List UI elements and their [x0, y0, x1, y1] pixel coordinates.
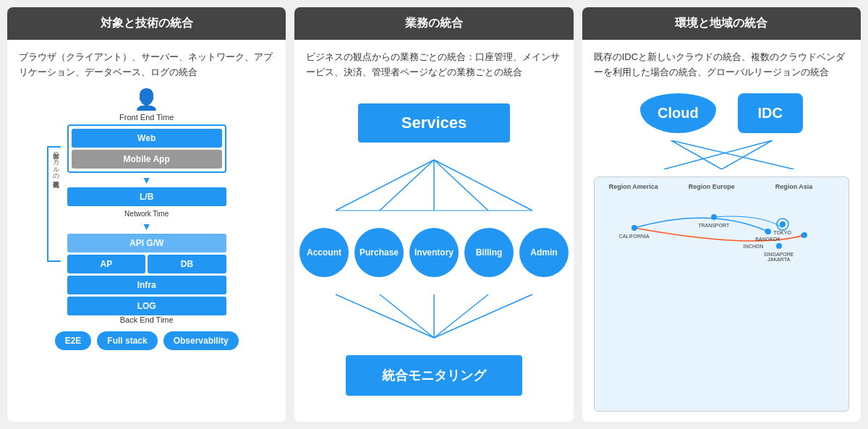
arch-layers: 御客ローカルの劣化要因 Web Mobile App ▼ L/B Network… — [67, 124, 226, 315]
city-bangkok: BANGKOK — [755, 237, 780, 242]
frontend-group: Web Mobile App — [67, 124, 226, 173]
svg-line-3 — [434, 160, 488, 211]
panel-business: 業務の統合 ビジネスの観点からの業務ごとの統合：口座管理、メインサービス、決済、… — [294, 7, 573, 422]
panel1-header: 対象と技術の統合 — [7, 7, 286, 40]
svg-line-1 — [380, 160, 434, 211]
city-inchon: INCHON — [744, 244, 764, 249]
ap-db-row: AP DB — [67, 255, 226, 273]
panel-environment: 環境と地域の統合 既存のIDCと新しいクラウドの統合、複数のクラウドベンダーを利… — [582, 7, 861, 422]
panel3-desc: 既存のIDCと新しいクラウドの統合、複数のクラウドベンダーを利用した場合の統合、… — [594, 50, 849, 80]
city-tokyo: TOKYO — [773, 230, 791, 235]
log-box: LOG — [67, 297, 226, 315]
panel2-header: 業務の統合 — [294, 7, 573, 40]
svg-line-12 — [434, 294, 488, 338]
panel2-body: ビジネスの観点からの業務ごとの統合：口座管理、メインサービス、決済、管理者ページ… — [294, 40, 573, 422]
cloud-idc-row: Cloud IDC — [640, 93, 803, 133]
svg-line-9 — [336, 294, 434, 338]
connector-svg — [311, 160, 557, 211]
cloud-shape: Cloud — [640, 93, 716, 133]
infra-box: Infra — [67, 276, 226, 294]
services-diagram: Services Account Purc — [306, 88, 561, 412]
svg-line-13 — [434, 294, 532, 338]
node-purchase: Purchase — [354, 228, 404, 277]
person-icon: 👤 — [134, 88, 159, 111]
monitor-box: 統合モニタリング — [346, 355, 522, 396]
svg-point-22 — [765, 229, 771, 234]
svg-line-10 — [380, 294, 434, 338]
svg-line-17 — [663, 140, 772, 169]
svg-point-24 — [801, 232, 807, 238]
svg-line-0 — [336, 160, 434, 211]
apigw-box: API G/W — [67, 234, 226, 252]
svg-point-25 — [776, 243, 782, 249]
bottom-badges: E2E Full stack Observability — [55, 331, 239, 350]
panel2-desc: ビジネスの観点からの業務ごとの統合：口座管理、メインサービス、決済、管理者ページ… — [306, 50, 561, 80]
svg-point-20 — [631, 225, 637, 231]
node-billing: Billing — [464, 228, 514, 277]
services-box: Services — [358, 103, 511, 143]
city-california: CALIFORNIA — [619, 234, 650, 239]
services-nodes: Account Purchase Inventory Billing Admin — [299, 228, 569, 277]
arrow1: ▼ — [67, 175, 226, 185]
badge-e2e: E2E — [55, 331, 92, 350]
svg-line-16 — [671, 140, 793, 169]
region-svg: ⊕ — [595, 177, 848, 411]
node-admin: Admin — [519, 228, 569, 277]
frontend-label: Front End Time — [119, 113, 174, 122]
web-box: Web — [72, 129, 222, 148]
arrow2: ▼ — [67, 221, 226, 232]
network-label: Network Time — [67, 210, 226, 218]
panel-technology: 対象と技術の統合 ブラウザ（クライアント）、サーバー、ネットワーク、アプリケーシ… — [7, 7, 286, 422]
node-account: Account — [299, 228, 349, 277]
mobile-box: Mobile App — [72, 150, 222, 169]
svg-line-15 — [721, 140, 772, 169]
backend-label: Back End Time — [120, 315, 174, 324]
ap-box: AP — [67, 255, 146, 273]
panel1-desc: ブラウザ（クライアント）、サーバー、ネットワーク、アプリケーション、データベース… — [19, 50, 274, 80]
side-label: 御客ローカルの劣化要因 — [47, 146, 61, 262]
badge-fullstack: Full stack — [97, 331, 157, 350]
svg-point-21 — [711, 214, 717, 220]
cloud-connector-svg — [594, 140, 849, 169]
idc-shape: IDC — [738, 93, 803, 133]
panel3-body: 既存のIDCと新しいクラウドの統合、複数のクラウドベンダーを利用した場合の統合、… — [582, 40, 861, 422]
panel1-body: ブラウザ（クライアント）、サーバー、ネットワーク、アプリケーション、データベース… — [7, 40, 286, 422]
svg-line-4 — [434, 160, 532, 211]
env-diagram: Cloud IDC Region America Region Europe R… — [594, 88, 849, 412]
node-inventory: Inventory — [409, 228, 459, 277]
badge-observability: Observability — [163, 331, 239, 350]
panel3-header: 環境と地域の統合 — [582, 7, 861, 40]
city-transport: TRANSPORT — [698, 223, 729, 228]
lb-box: L/B — [67, 187, 226, 206]
arch-diagram: 👤 Front End Time 御客ローカルの劣化要因 Web Mobile … — [19, 88, 274, 412]
city-singapore: SINGAPOREJAKARTA — [764, 252, 794, 262]
region-map: Region America Region Europe Region Asia — [594, 177, 849, 412]
connector-svg2 — [311, 294, 557, 338]
db-box: DB — [148, 255, 226, 273]
main-container: 対象と技術の統合 ブラウザ（クライアント）、サーバー、ネットワーク、アプリケーシ… — [7, 7, 861, 422]
svg-text:⊕: ⊕ — [779, 222, 783, 227]
